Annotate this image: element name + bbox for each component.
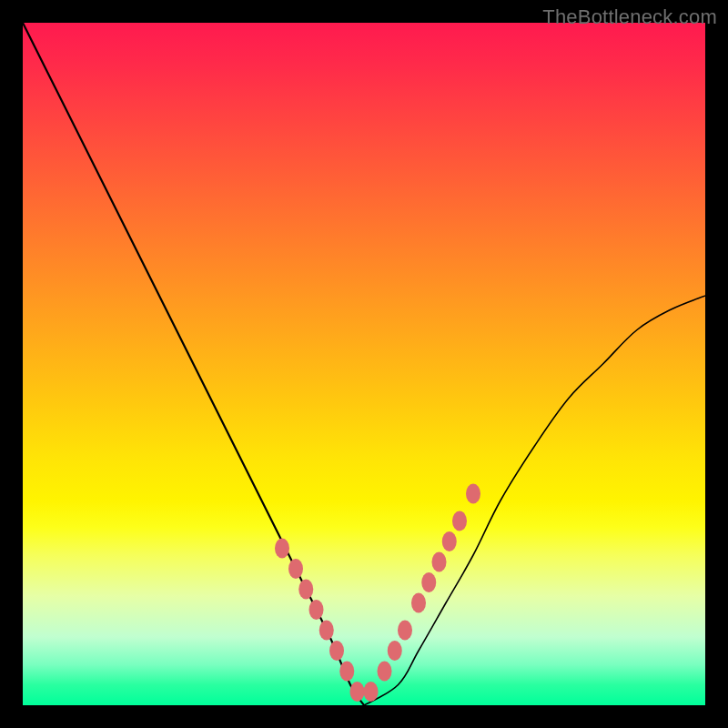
chart-frame: TheBottleneck.com <box>0 0 728 728</box>
markers-left <box>275 539 365 703</box>
data-marker <box>378 662 392 682</box>
bottleneck-curve <box>23 23 705 705</box>
data-marker <box>442 531 457 551</box>
plot-area <box>23 23 705 705</box>
data-marker <box>388 641 402 661</box>
data-marker <box>319 621 334 641</box>
data-marker <box>364 682 379 702</box>
data-marker <box>452 511 467 531</box>
data-marker <box>309 600 324 620</box>
data-marker <box>329 641 344 661</box>
data-marker <box>421 572 436 592</box>
data-marker <box>288 559 303 579</box>
data-marker <box>298 580 313 600</box>
data-marker <box>411 593 426 613</box>
data-marker <box>398 621 412 641</box>
curve-right <box>364 296 705 705</box>
markers-right <box>364 484 481 703</box>
data-marker <box>339 662 354 682</box>
data-marker <box>275 539 289 559</box>
data-marker <box>466 484 480 504</box>
data-marker <box>350 682 365 702</box>
data-marker <box>432 552 447 572</box>
